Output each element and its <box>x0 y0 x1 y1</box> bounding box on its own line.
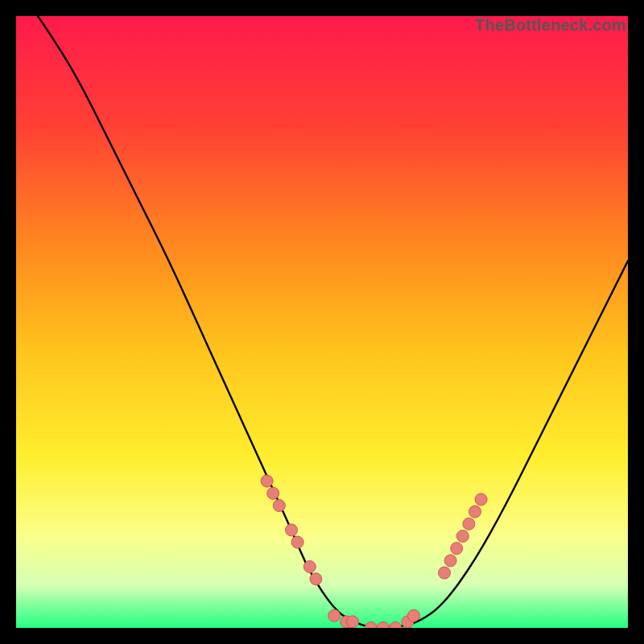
curve-marker-dot <box>451 543 463 555</box>
bottleneck-chart <box>16 16 628 628</box>
curve-marker-dot <box>408 609 420 621</box>
curve-marker-dot <box>291 536 303 548</box>
curve-marker-dot <box>463 518 475 530</box>
curve-marker-dot <box>444 555 456 567</box>
curve-marker-dot <box>475 493 487 506</box>
curve-marker-dot <box>267 487 279 499</box>
curve-marker-dot <box>310 573 322 585</box>
curve-marker-dot <box>347 616 359 628</box>
curve-marker-dot <box>261 475 273 487</box>
curve-marker-dot <box>439 567 451 579</box>
curve-marker-dot <box>469 506 481 518</box>
curve-marker-dot <box>286 524 298 536</box>
curve-marker-dot <box>456 530 469 543</box>
gradient-background <box>16 16 628 628</box>
curve-marker-dot <box>273 500 285 512</box>
chart-frame: TheBottleneck.com <box>16 16 628 628</box>
curve-marker-dot <box>303 561 316 573</box>
curve-marker-dot <box>328 609 341 621</box>
